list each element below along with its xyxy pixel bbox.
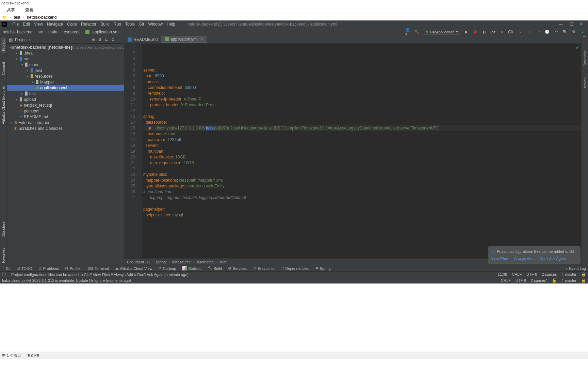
tool-maven[interactable]: Maven <box>582 75 588 91</box>
tree-file[interactable]: ◆netdisk_test.sql <box>7 102 124 108</box>
crumb[interactable]: application.yml <box>92 30 119 34</box>
tool-commit[interactable]: Commit <box>1 60 6 77</box>
menu-git[interactable]: Git <box>137 22 146 27</box>
menu-refactor[interactable]: Refactor <box>79 22 98 27</box>
tool-codeup[interactable]: ⟳Codeup <box>159 266 176 271</box>
code-body[interactable]: ✔ server: port: 8989 tomcat: connection-… <box>142 44 581 258</box>
tool-profiler[interactable]: ◔Profiler <box>65 266 82 271</box>
rollback-icon[interactable]: ↶ <box>553 29 559 35</box>
tree-folder[interactable]: ▸▉java <box>7 67 124 73</box>
status-indent[interactable]: 2 spaces* <box>531 278 547 283</box>
close-tab-icon[interactable]: × <box>201 37 203 42</box>
tree-folder[interactable]: ▸▉.idea <box>7 50 124 56</box>
tree-file[interactable]: mpom.xml <box>7 108 124 114</box>
crumb[interactable]: main <box>48 30 57 34</box>
tab-readme[interactable]: README.md <box>124 36 161 43</box>
tab-application-yml[interactable]: application.yml × <box>161 36 207 43</box>
status-indent[interactable]: 2 spaces <box>542 272 557 277</box>
tool-spring[interactable]: ❋Spring <box>315 266 331 271</box>
editor-content[interactable]: 1234567891011121314151617181920212223242… <box>124 44 581 258</box>
tree-folder[interactable]: ▾▉main <box>7 62 124 67</box>
menu-tools[interactable]: Tools <box>123 22 137 27</box>
tool-favorites[interactable]: Favorites <box>1 246 6 265</box>
lock-icon[interactable]: 🔒 <box>581 278 586 283</box>
hide-icon[interactable]: — <box>118 37 122 42</box>
menu-code[interactable]: Code <box>65 22 79 27</box>
menu-build[interactable]: Build <box>98 22 112 27</box>
ribbon-view[interactable]: 查看 <box>25 7 33 13</box>
tool-build[interactable]: 🔨Build <box>208 266 222 271</box>
coverage-button[interactable]: ◧ <box>481 29 487 35</box>
debug-button[interactable]: 🐞 <box>473 29 478 35</box>
ribbon-share[interactable]: 共享 <box>7 7 15 13</box>
minimize-icon[interactable]: — <box>559 21 563 27</box>
status-encoding[interactable]: UTF-8 <box>516 278 526 283</box>
tree-folder[interactable]: ▸▉upload <box>7 96 124 102</box>
tree-external[interactable]: ▸⊞External Libraries <box>7 120 124 125</box>
status-linesep[interactable]: CRLF <box>512 272 522 277</box>
crumb[interactable]: resources <box>62 30 80 34</box>
avatar-icon[interactable]: ● <box>580 29 585 35</box>
chevron-down-icon[interactable]: ▾ <box>29 38 31 42</box>
tool-git[interactable]: ᚵGit <box>2 266 11 271</box>
link-dont-ask[interactable]: Don't Ask Again <box>540 257 566 261</box>
menu-view[interactable]: View <box>32 22 45 27</box>
tool-alibaba-cloud-view[interactable]: ☁Alibaba Cloud View <box>115 266 152 271</box>
tree-folder[interactable]: ▾▉resources <box>7 73 124 79</box>
maximize-icon[interactable]: ☐ <box>569 21 573 27</box>
history-icon[interactable]: 🕐 <box>544 29 550 35</box>
tool-dependencies[interactable]: ⬚Dependencies <box>280 266 309 271</box>
tool-database[interactable]: Database <box>582 48 588 68</box>
tree-folder[interactable]: ▾▉src <box>7 56 124 62</box>
stop-button[interactable]: ■ <box>499 29 505 35</box>
status-encoding[interactable]: UTF-8 <box>526 272 537 277</box>
menu-window[interactable]: Window <box>146 22 165 27</box>
path-seg[interactable]: test <box>14 15 20 20</box>
commit-icon[interactable]: ✓ <box>527 29 532 35</box>
tool-project[interactable]: Project <box>1 37 6 53</box>
tool-statistic[interactable]: 📊Statistic <box>182 266 201 271</box>
tree-file-selected[interactable]: ⬢application.yml <box>7 85 124 91</box>
menu-navigate[interactable]: Navigate <box>45 22 65 27</box>
menu-run[interactable]: Run <box>112 22 123 27</box>
search-icon[interactable]: 🔍 <box>562 29 568 35</box>
tree-folder[interactable]: ▸▉test <box>7 91 124 96</box>
tool-structure[interactable]: Structure <box>1 219 6 239</box>
link-view-files[interactable]: View Files <box>491 257 508 261</box>
tree-folder[interactable]: ▸▉Mapper <box>7 79 124 85</box>
tool-terminal[interactable]: ⌨Terminal <box>88 266 109 271</box>
event-log[interactable]: ●Event Log <box>566 266 586 271</box>
push-icon[interactable]: ↗ <box>536 29 541 35</box>
status-lock-icon[interactable]: 🔓 <box>552 278 557 283</box>
menu-edit[interactable]: Edit <box>21 22 32 27</box>
update-icon[interactable]: ✓ <box>518 29 523 35</box>
gear-icon[interactable]: ⚙ <box>111 37 115 42</box>
tool-alibaba[interactable]: Alibaba Cloud Explorer <box>1 84 6 126</box>
tool-services[interactable]: ⚙Services <box>228 266 247 271</box>
close-icon[interactable]: ✕ <box>579 21 583 27</box>
status-branch[interactable]: ᚵ master <box>561 278 576 283</box>
locate-icon[interactable]: ⊕ <box>92 37 95 42</box>
status-linesep[interactable]: CRLF <box>501 278 511 283</box>
crumb[interactable]: src <box>38 30 43 34</box>
expand-icon[interactable]: ⇵ <box>98 37 101 42</box>
collapse-icon[interactable]: ⇊ <box>105 37 108 42</box>
tree-file[interactable]: ▼README.md <box>7 114 124 120</box>
tool-problems[interactable]: ⚠Problems <box>38 266 59 271</box>
tree-root[interactable]: ▾▦netdisk-backend [netdisk-file] C:\User… <box>7 44 124 50</box>
lock-icon[interactable]: 🔒 <box>581 272 586 277</box>
tool-endpoints[interactable]: ↯Endpoints <box>253 266 274 271</box>
tool-remote[interactable]: 远程主机 <box>582 37 588 42</box>
path-seg[interactable]: netdisk-backend <box>27 15 56 20</box>
user-icon[interactable]: 👤▾ <box>405 29 411 35</box>
status-branch[interactable]: ᚵ master <box>561 272 576 277</box>
menu-file[interactable]: File <box>10 22 21 27</box>
run-button[interactable]: ▶ <box>464 29 469 35</box>
profile-button[interactable]: ◔▾ <box>490 29 496 35</box>
tool-todo[interactable]: ☑TODO <box>17 266 32 271</box>
tree-scratches[interactable]: ◧Scratches and Consoles <box>7 125 124 131</box>
crumb[interactable]: netdisk-backend <box>3 30 32 34</box>
run-config-selector[interactable]: ❋ FileApplication ▾ <box>423 29 461 35</box>
link-always-add[interactable]: Always Add <box>514 257 534 261</box>
project-tree[interactable]: ▾▦netdisk-backend [netdisk-file] C:\User… <box>7 44 124 265</box>
